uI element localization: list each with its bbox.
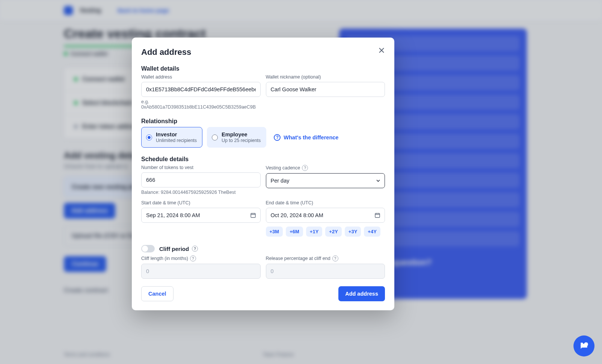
relationship-employee-option[interactable]: Employee Up to 25 recipients bbox=[207, 127, 266, 148]
cancel-button[interactable]: Cancel bbox=[141, 286, 174, 301]
chat-icon bbox=[579, 341, 589, 351]
employee-title: Employee bbox=[222, 131, 261, 138]
cadence-select[interactable]: Per day bbox=[266, 173, 385, 188]
svg-point-1 bbox=[581, 344, 585, 348]
relationship-investor-option[interactable]: Investor Unlimited recipients bbox=[141, 127, 202, 148]
tokens-input[interactable] bbox=[141, 172, 261, 187]
chip-3y[interactable]: +3Y bbox=[345, 227, 361, 237]
help-icon: ? bbox=[190, 255, 196, 261]
cliff-length-input bbox=[141, 264, 261, 279]
tokens-label: Number of tokens to vest bbox=[141, 165, 261, 170]
help-icon: ? bbox=[192, 246, 198, 252]
chip-4y[interactable]: +4Y bbox=[364, 227, 380, 237]
cadence-label: Vesting cadence ? bbox=[266, 165, 385, 171]
help-icon: ? bbox=[332, 255, 338, 261]
chip-3m[interactable]: +3M bbox=[266, 227, 283, 237]
quick-duration-chips: +3M +6M +1Y +2Y +3Y +4Y bbox=[266, 227, 385, 237]
employee-subtitle: Up to 25 recipients bbox=[222, 138, 261, 143]
wallet-address-hint: e.g. 0xAb5801a7D398351b8bE11C439e05C5B32… bbox=[141, 99, 261, 110]
modal-title: Add address bbox=[141, 47, 385, 57]
relationship-heading: Relationship bbox=[141, 118, 385, 125]
whats-the-difference-link[interactable]: ? What's the difference bbox=[274, 134, 338, 141]
add-address-button[interactable]: Add address bbox=[338, 286, 385, 301]
diff-link-label: What's the difference bbox=[284, 134, 338, 140]
wallet-address-label: Wallet address bbox=[141, 74, 261, 80]
chip-6m[interactable]: +6M bbox=[286, 227, 303, 237]
close-button[interactable] bbox=[376, 45, 387, 56]
release-pct-label: Release percentage at cliff end ? bbox=[266, 255, 385, 261]
wallet-address-input[interactable] bbox=[141, 82, 261, 97]
cliff-period-label: Cliff period ? bbox=[159, 246, 198, 252]
cliff-length-label: Cliff length (in months) ? bbox=[141, 255, 261, 261]
start-date-label: Start date & time (UTC) bbox=[141, 200, 261, 205]
schedule-details-heading: Schedule details bbox=[141, 156, 385, 163]
release-pct-input bbox=[266, 264, 385, 279]
investor-subtitle: Unlimited recipients bbox=[156, 138, 197, 143]
chip-2y[interactable]: +2Y bbox=[325, 227, 342, 237]
calendar-icon bbox=[374, 212, 380, 218]
wallet-details-heading: Wallet details bbox=[141, 65, 385, 72]
close-icon bbox=[379, 47, 385, 53]
radio-icon bbox=[146, 134, 152, 140]
balance-text: Balance: 9284.00144675925925926 TheBest bbox=[141, 190, 261, 195]
chat-widget[interactable] bbox=[573, 335, 594, 356]
wallet-nickname-input[interactable] bbox=[266, 82, 385, 97]
investor-title: Investor bbox=[156, 131, 197, 138]
svg-rect-2 bbox=[251, 213, 255, 217]
calendar-icon bbox=[250, 212, 256, 218]
chip-1y[interactable]: +1Y bbox=[306, 227, 323, 237]
help-icon: ? bbox=[302, 165, 308, 171]
end-date-label: End date & time (UTC) bbox=[266, 200, 385, 205]
cliff-toggle[interactable] bbox=[141, 245, 155, 252]
add-address-modal: Add address Wallet details Wallet addres… bbox=[132, 38, 394, 310]
start-date-input[interactable] bbox=[141, 208, 261, 223]
wallet-nickname-label: Wallet nickname (optional) bbox=[266, 74, 385, 80]
question-circle-icon: ? bbox=[274, 134, 281, 141]
end-date-input[interactable] bbox=[266, 208, 385, 223]
radio-icon bbox=[212, 134, 218, 140]
svg-rect-3 bbox=[375, 213, 380, 217]
